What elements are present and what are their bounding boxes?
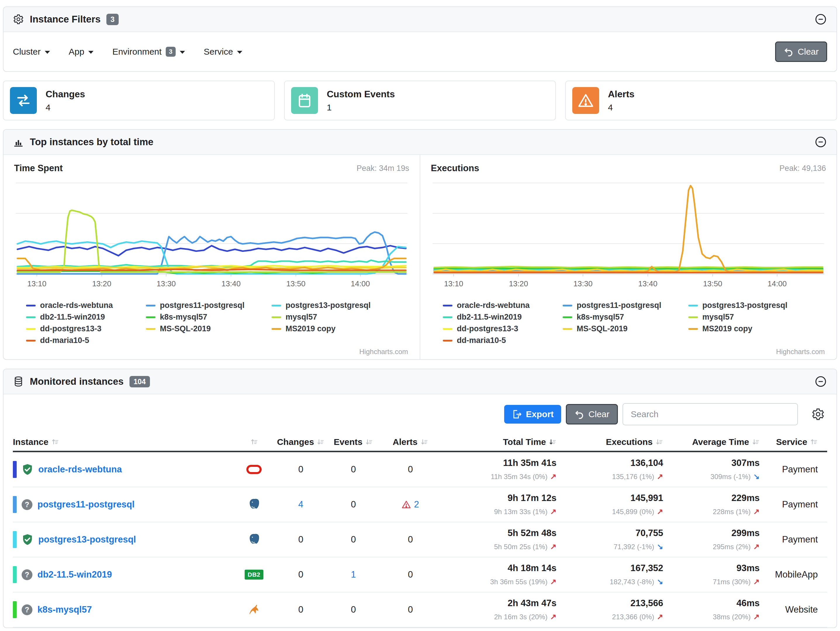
instance-filters-count-badge: 3 <box>106 14 118 25</box>
instance-link[interactable]: postgres11-postgresql <box>38 499 134 510</box>
table-row-postgres11-postgresql: ?postgres11-postgresql4029h 17m 12s9h 13… <box>13 487 827 522</box>
legend-item-k8s-mysql57[interactable]: k8s-mysql57 <box>146 312 272 322</box>
highcharts-credit-link[interactable]: Highcharts.com <box>359 348 408 356</box>
sort-desc-icon[interactable] <box>365 438 373 446</box>
legend-item-oracle-rds-webtuna[interactable]: oracle-rds-webtuna <box>26 301 146 310</box>
table-header-row: InstanceChangesEventsAlertsTotal TimeExe… <box>13 433 827 452</box>
alert-warning-icon <box>402 500 411 509</box>
highcharts-credit-link[interactable]: Highcharts.com <box>776 348 825 356</box>
changes-cell-value: 0 <box>298 534 303 544</box>
legend-item-ms2019-copy[interactable]: MS2019 copy <box>272 324 397 333</box>
series-line-oracle-rds-webtuna <box>17 246 406 256</box>
column-header-events[interactable]: Events <box>325 437 381 447</box>
legend-item-postgres13-postgresql[interactable]: postgres13-postgresql <box>688 301 814 310</box>
events-cell-value: 0 <box>351 499 356 510</box>
executions-cell-value: 213,566 <box>556 598 663 609</box>
trend-up-icon: ↗ <box>657 612 663 622</box>
legend-item-postgres11-postgresql[interactable]: postgres11-postgresql <box>146 301 272 310</box>
instance-filters-header: Instance Filters 3 <box>3 7 837 32</box>
chart-peak-label: Peak: 49,136 <box>780 164 826 173</box>
series-line-mysql57 <box>434 267 823 268</box>
trend-up-icon: ↗ <box>550 577 556 586</box>
instance-link[interactable]: db2-11.5-win2019 <box>38 569 112 580</box>
instance-link[interactable]: postgres13-postgresql <box>38 534 136 545</box>
alerts-cell-value[interactable]: 2 <box>414 499 419 510</box>
average-time-cell-value: 307ms <box>663 458 759 468</box>
table-clear-button[interactable]: Clear <box>566 404 618 424</box>
total-time-cell: 5h 52m 48s5h 50m 25s (1%)↗ <box>440 528 556 551</box>
column-header-changes[interactable]: Changes <box>276 437 325 447</box>
collapse-monitored-button[interactable] <box>814 375 827 388</box>
filter-dropdown-cluster[interactable]: Cluster <box>13 47 50 57</box>
legend-item-postgres13-postgresql[interactable]: postgres13-postgresql <box>272 301 397 310</box>
total-time-cell-value: 4h 18m 14s <box>440 563 556 573</box>
column-header-label: Changes <box>277 437 314 447</box>
instance-link[interactable]: k8s-mysql57 <box>38 604 92 615</box>
legend-item-oracle-rds-webtuna[interactable]: oracle-rds-webtuna <box>443 301 563 310</box>
column-header-total-time[interactable]: Total Time <box>440 437 556 447</box>
legend-item-dd-postgres13-3[interactable]: dd-postgres13-3 <box>443 324 563 333</box>
total-time-cell-previous-text: 3h 36m 55s (19%) <box>490 578 548 586</box>
db-type-cell <box>232 498 276 511</box>
chevron-down-icon <box>45 51 50 54</box>
legend-item-db2-11-5-win2019[interactable]: db2-11.5-win2019 <box>26 312 146 322</box>
collapse-top-instances-button[interactable] <box>814 136 827 148</box>
legend-item-mysql57[interactable]: mysql57 <box>272 312 397 322</box>
sort-desc-icon[interactable] <box>420 438 428 446</box>
legend-item-dd-postgres13-3[interactable]: dd-postgres13-3 <box>26 324 146 333</box>
changes-cell: 0 <box>276 534 325 545</box>
sort-asc-icon[interactable] <box>51 438 59 446</box>
executions-cell-previous: 182,743 (-8%)↘ <box>556 577 663 586</box>
sort-desc-icon[interactable] <box>655 438 663 446</box>
total-time-cell: 4h 18m 14s3h 36m 55s (19%)↗ <box>440 563 556 586</box>
executions-cell: 136,104135,176 (1%)↗ <box>556 458 663 481</box>
legend-item-db2-11-5-win2019[interactable]: db2-11.5-win2019 <box>443 312 563 322</box>
verified-shield-icon <box>22 464 33 475</box>
legend-item-dd-maria10-5[interactable]: dd-maria10-5 <box>443 336 563 345</box>
column-header-average-time[interactable]: Average Time <box>663 437 759 447</box>
legend-label: db2-11.5-win2019 <box>40 312 105 322</box>
executions-cell: 213,566213,366 (0%)↗ <box>556 598 663 622</box>
column-header-label: Executions <box>606 437 653 447</box>
column-header-alerts[interactable]: Alerts <box>381 437 440 447</box>
column-header-service[interactable]: Service <box>759 437 818 447</box>
changes-cell-value[interactable]: 4 <box>298 499 303 510</box>
export-icon <box>512 409 522 419</box>
filter-dropdown-environment[interactable]: Environment3 <box>112 47 185 57</box>
table-settings-gear-icon[interactable] <box>812 407 825 421</box>
legend-item-k8s-mysql57[interactable]: k8s-mysql57 <box>563 312 688 322</box>
legend-item-ms2019-copy[interactable]: MS2019 copy <box>688 324 814 333</box>
collapse-filters-button[interactable] <box>814 13 827 26</box>
sort-asc-icon[interactable] <box>250 438 258 446</box>
sort-asc-icon[interactable] <box>810 438 818 446</box>
events-cell-value[interactable]: 1 <box>351 569 356 580</box>
instances-table: InstanceChangesEventsAlertsTotal TimeExe… <box>3 433 837 628</box>
legend-item-ms-sql-2019[interactable]: MS-SQL-2019 <box>146 324 272 333</box>
table-row-db2-11-5-win2019: ?db2-11.5-win2019DB20104h 18m 14s3h 36m … <box>13 557 827 592</box>
filters-clear-button[interactable]: Clear <box>775 41 827 62</box>
sort-desc-icon[interactable] <box>317 438 324 446</box>
instance-link[interactable]: oracle-rds-webtuna <box>38 464 122 475</box>
service-cell: Payment <box>759 464 818 475</box>
x-axis-tick-label: 13:40 <box>221 279 241 288</box>
column-header-instance[interactable]: Instance <box>13 437 232 447</box>
column-header-label: Service <box>776 437 807 447</box>
legend-item-dd-maria10-5[interactable]: dd-maria10-5 <box>26 336 146 345</box>
legend-item-mysql57[interactable]: mysql57 <box>688 312 814 322</box>
filter-dropdown-app[interactable]: App <box>69 47 93 57</box>
column-header-executions[interactable]: Executions <box>556 437 663 447</box>
export-button[interactable]: Export <box>504 405 561 424</box>
filter-dropdown-service[interactable]: Service <box>204 47 242 57</box>
sort-desc-icon[interactable] <box>752 438 759 446</box>
sort-desc-icon[interactable] <box>549 438 556 446</box>
legend-item-ms-sql-2019[interactable]: MS-SQL-2019 <box>563 324 688 333</box>
chart-title-executions: Executions <box>431 163 479 174</box>
instance-cell: ?db2-11.5-win2019 <box>13 566 232 583</box>
legend-item-postgres11-postgresql[interactable]: postgres11-postgresql <box>563 301 688 310</box>
legend-swatch-icon <box>26 316 36 318</box>
search-input[interactable] <box>622 403 798 425</box>
executions-cell-previous: 145,899 (0%)↗ <box>556 507 663 516</box>
legend-label: MS-SQL-2019 <box>160 324 211 333</box>
trend-up-icon: ↗ <box>753 612 759 622</box>
executions-cell-previous-text: 135,176 (1%) <box>612 473 654 481</box>
